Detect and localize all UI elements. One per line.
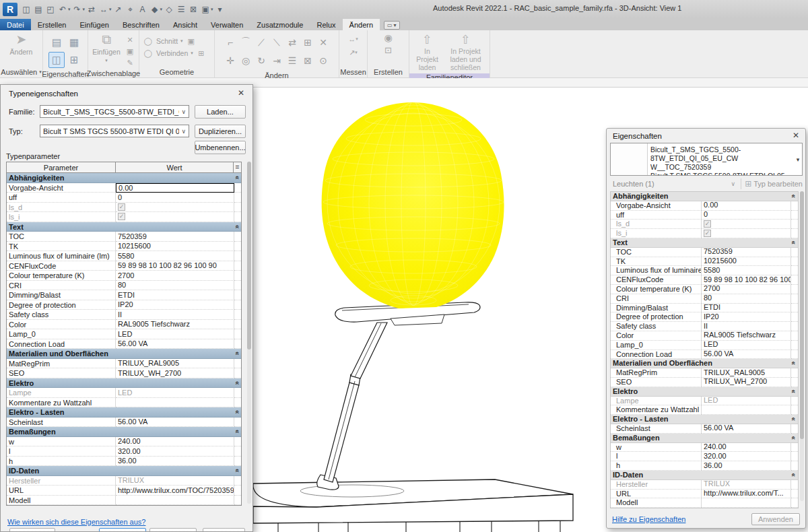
- open-icon[interactable]: ▤: [33, 3, 44, 15]
- checkbox-checked[interactable]: ✓: [118, 213, 125, 220]
- ribbon-display-toggle[interactable]: ▭▾: [384, 21, 400, 30]
- associate-parameter-cell[interactable]: [791, 405, 798, 415]
- parameter-value[interactable]: 59 89 98 10 100 82 96 100 90: [702, 275, 791, 285]
- associate-parameter-cell[interactable]: [791, 275, 798, 285]
- dialog-bottom-button-3[interactable]: [149, 528, 197, 532]
- associate-parameter-cell[interactable]: [791, 341, 798, 350]
- associate-parameter-cell[interactable]: [791, 480, 798, 490]
- paste-button[interactable]: ⧉ Einfügen ▾: [92, 32, 121, 65]
- parameter-value[interactable]: 10215600: [702, 257, 791, 267]
- checkbox-checked[interactable]: ✓: [118, 203, 125, 211]
- parameter-value[interactable]: [702, 498, 791, 508]
- close-icon[interactable]: ✕: [793, 131, 799, 140]
- tab-einfügen[interactable]: Einfügen: [73, 19, 115, 30]
- dialog-bottom-button-4[interactable]: [203, 528, 245, 532]
- parameter-value[interactable]: TRILUX: [702, 480, 791, 490]
- associate-parameter-cell[interactable]: [791, 229, 798, 238]
- trim-icon[interactable]: ⇥: [269, 52, 284, 69]
- checkbox-checked[interactable]: ✓: [704, 230, 711, 237]
- associate-parameter-cell[interactable]: [234, 183, 241, 193]
- tab-datei[interactable]: Datei: [0, 19, 31, 30]
- associate-parameter-cell[interactable]: [234, 212, 241, 222]
- associate-parameter-cell[interactable]: [234, 476, 241, 486]
- modify-button[interactable]: ➤ Ändern: [3, 32, 39, 56]
- parameter-value[interactable]: 36.00: [116, 457, 234, 467]
- type-selector[interactable]: Bicult_T_SMS_TGCS_5500-8TW_ETDI_QI_05_EU…: [610, 143, 803, 176]
- duplicate-button[interactable]: Duplizieren...: [195, 125, 246, 138]
- parameter-value[interactable]: 320.00: [702, 452, 791, 461]
- dimension-tool-icon[interactable]: ↗ ▾: [348, 48, 359, 57]
- associate-parameter-cell[interactable]: [234, 339, 241, 350]
- aligned-dimension-icon[interactable]: ↗: [113, 3, 124, 15]
- collapse-section-icon[interactable]: «: [790, 473, 799, 477]
- close-hidden-windows-icon[interactable]: ⊠: [188, 3, 199, 15]
- parameter-value[interactable]: 2700: [116, 271, 234, 281]
- revit-logo[interactable]: R: [3, 3, 18, 16]
- parameter-value[interactable]: 240.00: [702, 443, 791, 453]
- associate-parameter-cell[interactable]: [791, 397, 798, 406]
- tab-ändern[interactable]: Ändern: [343, 19, 380, 30]
- delete-icon[interactable]: ✕: [316, 34, 331, 51]
- collapse-section-icon[interactable]: «: [232, 430, 242, 434]
- redo-icon[interactable]: ↷: [72, 3, 83, 15]
- parameter-value[interactable]: 5580: [116, 251, 234, 261]
- array-icon[interactable]: ⊞: [300, 34, 315, 51]
- associate-parameter-cell[interactable]: [234, 388, 241, 398]
- pin-icon[interactable]: ⊠: [300, 52, 315, 69]
- close-icon[interactable]: ✕: [238, 88, 244, 98]
- collapse-section-icon[interactable]: «: [790, 436, 799, 440]
- rename-button[interactable]: Umbenennen...: [195, 141, 246, 154]
- parameter-value[interactable]: 0.00: [116, 183, 234, 193]
- properties-palette-toggle-icon[interactable]: ◫: [48, 52, 65, 68]
- chevron-down-icon[interactable]: ▾: [794, 143, 802, 175]
- properties-help-link[interactable]: Wie wirken sich diese Eigenschaften aus?: [7, 518, 145, 526]
- associate-parameter-cell[interactable]: [791, 220, 798, 229]
- parameter-value[interactable]: 0: [702, 211, 791, 220]
- tab-verwalten[interactable]: Verwalten: [204, 19, 250, 30]
- associate-parameter-cell[interactable]: [234, 457, 241, 467]
- tag-icon[interactable]: ⌖: [125, 3, 136, 15]
- associate-parameter-cell[interactable]: [234, 359, 241, 369]
- parameter-value[interactable]: 5580: [702, 266, 791, 275]
- associate-parameter-cell[interactable]: [791, 452, 798, 461]
- parameter-value[interactable]: TRILUX_RAL9005: [116, 359, 234, 369]
- associate-parameter-cell[interactable]: [791, 248, 798, 257]
- associate-parameter-cell[interactable]: [234, 446, 241, 457]
- collapse-section-icon[interactable]: «: [790, 389, 799, 393]
- align-icon[interactable]: ⌐: [223, 34, 238, 51]
- mirror-draw-icon[interactable]: ⟍: [269, 34, 284, 51]
- dialog-bottom-button-1[interactable]: [9, 528, 55, 532]
- parameter-value[interactable]: ✓: [116, 203, 234, 213]
- measure-tool-icon[interactable]: ↔ ▾: [348, 34, 359, 44]
- category-filter[interactable]: Leuchten (1): [610, 180, 731, 188]
- associate-parameter-cell[interactable]: [234, 310, 241, 320]
- demolish-icon[interactable]: ⊞: [196, 48, 207, 58]
- collapse-section-icon[interactable]: «: [232, 352, 242, 356]
- text-icon[interactable]: A: [137, 3, 148, 15]
- associate-parameter-cell[interactable]: [234, 242, 241, 252]
- associate-parameter-cell[interactable]: [791, 266, 798, 275]
- parameter-value[interactable]: LED: [702, 341, 791, 350]
- customize-qat-icon[interactable]: ▾: [215, 3, 226, 15]
- parameter-value[interactable]: TRILUX_RAL9005: [702, 368, 791, 378]
- associate-parameter-cell[interactable]: [234, 300, 241, 310]
- associate-parameter-cell[interactable]: [234, 398, 241, 408]
- family-types-icon[interactable]: ▤: [48, 34, 65, 51]
- edit-type-button[interactable]: ⊞ Typ bearbeiten: [741, 178, 803, 189]
- thin-lines-icon[interactable]: ☰: [176, 3, 187, 15]
- parameter-value[interactable]: TRILUX_WH_2700: [116, 368, 234, 378]
- associate-parameter-cell[interactable]: [234, 486, 241, 496]
- parameter-value[interactable]: 7520359: [116, 232, 234, 242]
- associate-parameter-cell[interactable]: [234, 437, 241, 447]
- parameter-value[interactable]: LED: [702, 397, 791, 406]
- parameter-value[interactable]: TRILUX_WH_2700: [702, 378, 791, 387]
- help-link[interactable]: Hilfe zu Eigenschaften: [612, 515, 685, 523]
- parameter-value[interactable]: ✓: [702, 229, 791, 238]
- dropdown-arrow-icon[interactable]: ▾: [83, 7, 86, 12]
- parameter-value[interactable]: LED: [116, 388, 234, 398]
- switch-windows-icon[interactable]: ▣: [200, 3, 211, 15]
- table-scrollbar[interactable]: [247, 162, 251, 504]
- parameter-value[interactable]: 240.00: [116, 437, 234, 447]
- associate-parameter-cell[interactable]: [234, 329, 241, 339]
- dialog-bottom-button-2[interactable]: [99, 528, 146, 532]
